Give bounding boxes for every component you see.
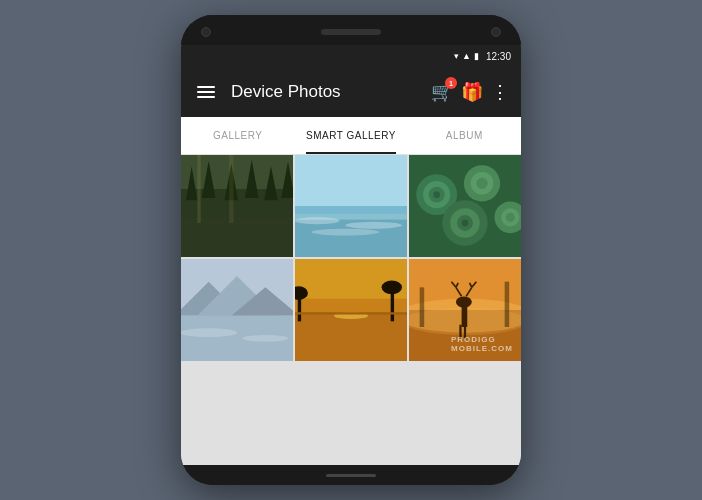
menu-button[interactable] (193, 82, 219, 102)
svg-rect-67 (420, 287, 425, 327)
svg-point-26 (476, 178, 487, 189)
cart-button[interactable]: 🛒 1 (431, 81, 453, 103)
svg-point-50 (382, 281, 402, 295)
status-time: 12:30 (486, 51, 511, 62)
svg-point-33 (506, 213, 515, 222)
more-button[interactable]: ⋮ (491, 81, 509, 103)
photo-cell-succulents[interactable]: 📊 100 (409, 155, 521, 257)
svg-rect-45 (295, 313, 407, 361)
tab-smart-gallery[interactable]: SMART GALLERY (294, 117, 407, 154)
svg-point-17 (345, 222, 402, 229)
phone-screen: ▾ ▲ ▮ 12:30 Device Photos 🛒 1 🎁 ⋮ (181, 45, 521, 465)
gift-button[interactable]: 🎁 (461, 81, 483, 103)
tab-album[interactable]: ALBUM (408, 117, 521, 154)
app-title: Device Photos (231, 82, 419, 102)
svg-point-41 (243, 335, 288, 342)
svg-rect-12 (295, 155, 407, 212)
photo-cell-forest[interactable]: 📊 100 (181, 155, 293, 257)
phone-bottom-bezel (181, 465, 521, 485)
svg-rect-8 (181, 217, 293, 257)
photo-cell-lake[interactable]: 📊 100 (181, 259, 293, 361)
svg-rect-10 (229, 155, 234, 223)
battery-icon: ▮ (474, 51, 479, 61)
svg-point-30 (462, 220, 469, 227)
phone-frame: ▾ ▲ ▮ 12:30 Device Photos 🛒 1 🎁 ⋮ (181, 15, 521, 485)
photo-cell-deer[interactable]: 📊 100 PRODIGGMOBILE.COM (409, 259, 521, 361)
svg-point-16 (295, 217, 340, 224)
home-indicator (326, 474, 376, 477)
svg-rect-57 (462, 304, 468, 327)
tabs-bar: GALLERY SMART GALLERY ALBUM (181, 117, 521, 155)
front-camera (201, 27, 211, 37)
svg-point-58 (456, 296, 472, 307)
photo-grid: 📊 100 (181, 155, 521, 465)
sensor (491, 27, 501, 37)
svg-rect-51 (295, 312, 407, 314)
svg-rect-59 (459, 325, 461, 339)
photo-cell-ocean[interactable]: ☁ 📊 100 (295, 155, 407, 257)
svg-rect-9 (197, 155, 200, 223)
svg-rect-68 (505, 282, 510, 327)
photo-cell-sunset[interactable]: 📊 100 (295, 259, 407, 361)
svg-point-18 (311, 229, 379, 236)
svg-point-23 (433, 191, 440, 198)
signal-icon: ▲ (462, 51, 471, 61)
toolbar-actions: 🛒 1 🎁 ⋮ (431, 81, 509, 103)
tab-gallery[interactable]: GALLERY (181, 117, 294, 154)
speaker (321, 29, 381, 35)
cart-badge: 1 (445, 77, 457, 89)
app-bar: Device Photos 🛒 1 🎁 ⋮ (181, 67, 521, 117)
wifi-icon: ▾ (454, 51, 459, 61)
status-bar: ▾ ▲ ▮ 12:30 (181, 45, 521, 67)
svg-rect-60 (464, 325, 466, 339)
phone-top-bezel (181, 15, 521, 45)
status-icons: ▾ ▲ ▮ 12:30 (454, 51, 511, 62)
svg-point-40 (181, 328, 237, 337)
